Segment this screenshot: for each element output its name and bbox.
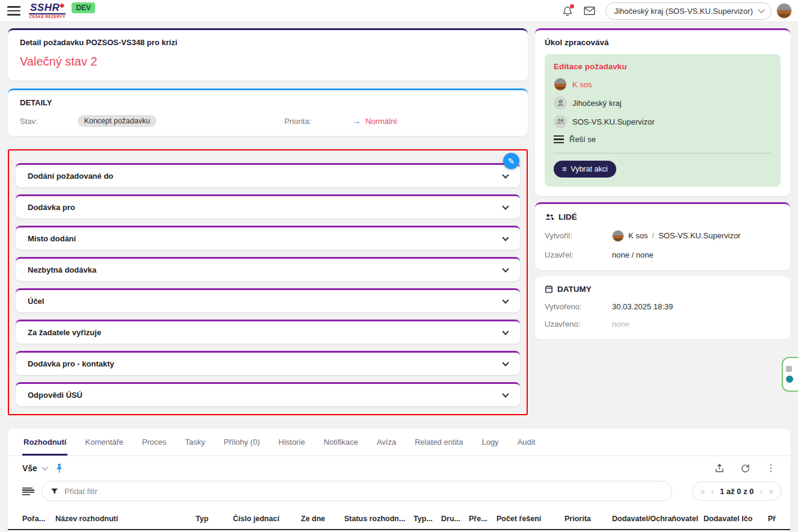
closed-at-value: none (612, 320, 629, 329)
chevron-down-icon (502, 265, 509, 272)
person-icon (554, 96, 567, 110)
widget-icon-bottom (786, 376, 793, 383)
task-role: SOS-VS.KU.Supervizor (572, 117, 655, 126)
app-logo[interactable]: SSHR◆ ČESKÉ REZERVY (29, 2, 66, 19)
accordion-nezbytna-dodavka[interactable]: Nezbytná dodávka (16, 257, 520, 281)
tab-logy[interactable]: Logy (480, 428, 500, 456)
page-prev-button[interactable]: ‹ (711, 486, 714, 496)
column-header-dodavatel-ico[interactable]: Dodavatel Ičo (704, 515, 768, 523)
unread-notification-dot (570, 4, 574, 8)
tab-komentare[interactable]: Komentáře (84, 428, 125, 456)
tab-tasky[interactable]: Tasky (184, 428, 206, 456)
page-last-button[interactable]: » (769, 486, 773, 496)
column-header-priorita[interactable]: Priorita (564, 515, 612, 523)
tab-prilohy[interactable]: Přílohy (0) (223, 428, 261, 456)
tab-rozhodnuti[interactable]: Rozhodnutí (22, 428, 67, 456)
more-options-kebab-icon[interactable]: ⋮ (766, 463, 776, 473)
select-action-label: Vybrat akci (571, 165, 607, 173)
tab-aviza[interactable]: Avíza (376, 428, 397, 456)
tab-historie[interactable]: Historie (277, 428, 306, 456)
export-icon[interactable] (714, 463, 725, 474)
pin-icon[interactable] (55, 463, 63, 473)
floating-tools-widget[interactable] (782, 357, 798, 392)
role-context-select[interactable]: Jihočeský kraj (SOS-VS.KU.Supervizor) (605, 2, 772, 20)
accordion-odpovedi-usu[interactable]: Odpovědi ÚSÚ (16, 382, 520, 406)
request-title-card: Detail požadavku POZSOS-VS348 pro krizi … (8, 28, 528, 81)
filter-row: « ‹ 1 až 0 z 0 › » (8, 476, 790, 507)
column-header-pocet-reseni[interactable]: Počet řešení (496, 515, 564, 523)
task-org: Jihočeský kraj (572, 99, 622, 108)
divider (554, 153, 772, 153)
accordion-dodavka-pro-kontakty[interactable]: Dodávka pro - kontakty (16, 351, 520, 375)
column-header-nazev-rozhodnuti[interactable]: Název rozhodnutí (55, 515, 196, 523)
view-select[interactable]: Vše (22, 463, 47, 473)
accordion-ucel[interactable]: Účel (16, 288, 520, 312)
accordion-dodavka-pro[interactable]: Dodávka pro (16, 194, 520, 218)
edit-pencil-button[interactable]: ✎ (503, 153, 519, 169)
dates-heading: DATUMY (557, 285, 592, 294)
column-header-status-rozhodnuti[interactable]: Status rozhodn... (344, 515, 413, 523)
column-header-druh[interactable]: Dru... (441, 515, 469, 523)
status-badge: Koncept požadavku (78, 115, 157, 127)
page-next-button[interactable]: › (760, 486, 763, 496)
tab-proces[interactable]: Proces (141, 428, 167, 456)
user-avatar[interactable] (776, 3, 792, 19)
column-header-poradi[interactable]: Pořa... (22, 515, 55, 523)
annotation-highlight-box: ✎ Dodání požadované do Dodávka pro Místo… (8, 149, 528, 415)
closed-by-label: Uzavřel: (545, 250, 612, 259)
menu-icon[interactable] (7, 4, 20, 18)
menu-lines-icon: ≡ (562, 165, 566, 173)
chevron-down-icon (502, 203, 509, 209)
priority-arrow-icon: → (352, 116, 360, 126)
people-card: LIDÉ Vytvořil: K sos / SOS-VS.KU.Supervi… (535, 202, 790, 270)
column-header-cislo-jednaci[interactable]: Číslo jednací (233, 515, 301, 523)
active-task-panel: Editace požadavku K sos Jihočeský kraj S… (545, 54, 781, 187)
chevron-down-icon (502, 359, 509, 366)
created-at-label: Vytvořeno: (545, 302, 612, 311)
request-detail-label: Detail požadavku POZSOS-VS348 pro krizi (20, 38, 516, 47)
task-user-name[interactable]: K sos (572, 80, 592, 89)
logo-subtext: ČESKÉ REZERVY (29, 15, 66, 19)
details-card: DETAILY Stav: Koncept požadavku Priorita… (8, 88, 528, 136)
tab-notifikace[interactable]: Notifikace (323, 428, 359, 456)
grid-toolbar: Vše ⋮ (8, 456, 790, 476)
task-user-avatar (554, 78, 567, 91)
pagination: « ‹ 1 až 0 z 0 › » (692, 481, 782, 501)
right-column: Úkol zpracovává Editace požadavku K sos … (535, 28, 790, 339)
column-header-typ2[interactable]: Typ... (413, 515, 441, 523)
status-lines-icon (554, 134, 564, 145)
column-header-pre[interactable]: Pře... (469, 515, 496, 523)
task-name: Editace požadavku (554, 62, 772, 71)
creator-name[interactable]: K sos (628, 231, 648, 240)
left-column: Detail požadavku POZSOS-VS348 pro krizi … (8, 28, 528, 415)
chevron-down-icon (502, 328, 509, 335)
column-header-dodavatel-ochranovatel[interactable]: Dodavatel/Ochraňovatel (612, 515, 704, 523)
accordion-za-zadatele-vyrizuje[interactable]: Za žadatele vyřizuje (16, 320, 520, 344)
table-header-row: Pořa... Název rozhodnutí Typ Číslo jedna… (8, 507, 790, 530)
tab-related-entita[interactable]: Related entita (413, 428, 464, 456)
column-header-prilohy[interactable]: Příloh (768, 515, 776, 523)
chevron-down-icon (42, 464, 48, 470)
pencil-icon: ✎ (508, 156, 515, 166)
role-select-value: Jihočeský kraj (SOS-VS.KU.Supervizor) (614, 7, 753, 16)
refresh-icon[interactable] (740, 463, 750, 474)
page-first-button[interactable]: « (701, 486, 705, 496)
column-settings-icon[interactable] (22, 486, 34, 496)
main-content: Detail požadavku POZSOS-VS348 pro krizi … (0, 22, 798, 415)
messages-envelope-icon[interactable] (584, 6, 595, 16)
logo-accent-diamond: ◆ (60, 2, 64, 8)
column-header-typ[interactable]: Typ (196, 515, 233, 523)
tab-audit[interactable]: Audit (516, 428, 537, 456)
filter-input[interactable] (64, 487, 663, 496)
accordion-misto-dodani[interactable]: Místo dodání (16, 226, 520, 250)
accordion-dodani-pozadovane-do[interactable]: Dodání požadované do (16, 163, 520, 187)
notifications-bell-icon[interactable] (562, 5, 573, 17)
task-card: Úkol zpracovává Editace požadavku K sos … (535, 28, 790, 196)
dates-card: DATUMY Vytvořeno: 30.03.2025 18:39 Uzavř… (535, 276, 790, 339)
logo-text: SSHR◆ (29, 2, 66, 14)
funnel-icon (51, 487, 58, 495)
column-header-ze-dne[interactable]: Ze dne (301, 515, 344, 523)
env-badge: DEV (72, 2, 95, 13)
chevron-down-icon (502, 234, 509, 241)
select-action-button[interactable]: ≡ Vybrat akci (554, 161, 616, 178)
